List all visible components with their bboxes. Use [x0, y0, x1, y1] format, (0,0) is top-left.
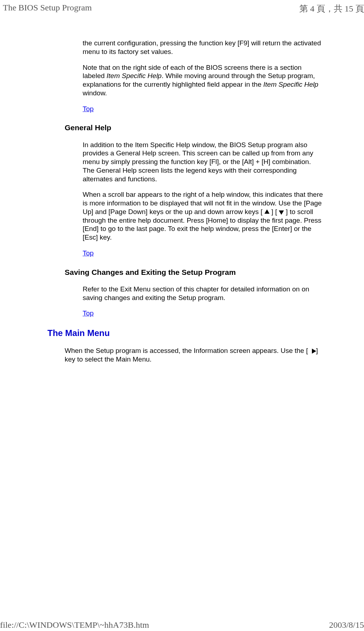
- arrow-right-icon: [312, 349, 316, 354]
- main-menu-paragraph: When the Setup program is accessed, the …: [65, 346, 323, 364]
- page-header: The BIOS Setup Program 第 4 頁，共 15 頁: [0, 3, 364, 14]
- main-menu-heading: The Main Menu: [47, 328, 323, 339]
- item-specific-help-term-2: Item Specific Help: [263, 81, 318, 88]
- footer-date: 2003/8/15: [329, 620, 364, 630]
- page-footer: file://C:\WINDOWS\TEMP\~hhA73B.htm 2003/…: [0, 620, 364, 630]
- document-body: the current configuration, pressing the …: [65, 39, 323, 371]
- footer-path: file://C:\WINDOWS\TEMP\~hhA73B.htm: [0, 620, 149, 630]
- saving-changes-paragraph: Refer to the Exit Menu section of this c…: [83, 285, 323, 302]
- arrow-up-icon: [264, 209, 269, 214]
- general-help-paragraph-1: In addition to the Item Specific Help wi…: [83, 141, 323, 183]
- top-link-3[interactable]: Top: [83, 309, 94, 318]
- current-config-paragraph: the current configuration, pressing the …: [83, 39, 323, 56]
- arrow-down-icon: [279, 210, 284, 215]
- top-link-2[interactable]: Top: [83, 249, 94, 258]
- item-specific-help-term: Item Specific Help: [107, 72, 162, 80]
- general-help-paragraph-2: When a scroll bar appears to the right o…: [83, 190, 323, 242]
- header-page-info: 第 4 頁，共 15 頁: [299, 3, 364, 14]
- header-title: The BIOS Setup Program: [3, 3, 92, 14]
- top-link[interactable]: Top: [83, 105, 94, 113]
- saving-changes-heading: Saving Changes and Exiting the Setup Pro…: [65, 268, 323, 277]
- note-text-post: window.: [83, 89, 107, 97]
- general-help-heading: General Help: [65, 123, 323, 132]
- item-specific-help-note: Note that on the right side of each of t…: [83, 63, 323, 97]
- gh-para2-mid: ] [: [269, 208, 279, 215]
- main-menu-pre: When the Setup program is accessed, the …: [65, 347, 310, 354]
